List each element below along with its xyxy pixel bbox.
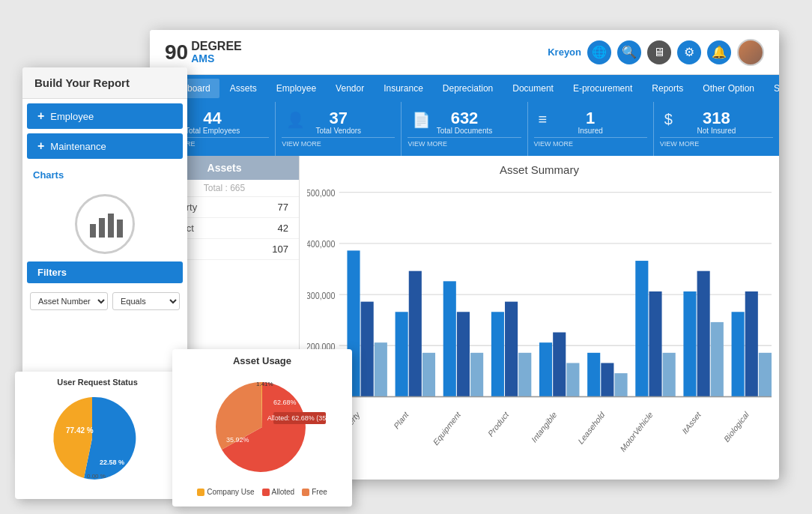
filter-select-field[interactable]: Asset Number [30, 292, 108, 310]
notinsured-number: 318 [703, 110, 730, 127]
stat-documents: 📄 632 Total Documents VIEW MORE [402, 102, 527, 156]
nav-vendor[interactable]: Vendor [327, 79, 373, 98]
asset-usage-pie: 62.68% 35.92% 1.41% Alloted: 62.68% (356… [195, 371, 330, 483]
chart-title: Asset Summary [307, 163, 772, 176]
svg-text:Product: Product [487, 409, 510, 438]
legend-label-company: Company Use [207, 488, 254, 496]
employees-label: Total Employees [185, 127, 240, 135]
user-request-chart: User Request Status 77.42 % 22.58 % 0.00… [15, 372, 180, 499]
documents-viewmore[interactable]: VIEW MORE [407, 140, 521, 148]
svg-text:500,000: 500,000 [307, 187, 336, 199]
nav-support[interactable]: Support [765, 79, 779, 98]
logo-name: DEGREE [191, 40, 242, 52]
stat-vendors: 👤 37 Total Vendors VIEW MORE [276, 102, 402, 156]
svg-text:35.92%: 35.92% [226, 436, 249, 444]
notinsured-icon: $ [664, 111, 673, 128]
legend-dot-alloted [262, 489, 270, 496]
svg-rect-14 [409, 271, 422, 397]
documents-icon: 📄 [412, 111, 431, 129]
nav-insurance[interactable]: Insurance [375, 79, 432, 98]
documents-number: 632 [451, 110, 479, 127]
vendors-label: Total Vendors [316, 127, 362, 135]
nav-eprocurement[interactable]: E-procurement [564, 79, 641, 98]
nav-bar: Dashboard Assets Employee Vendor Insuran… [150, 75, 779, 102]
svg-rect-36 [759, 353, 772, 397]
insured-label: Insured [578, 127, 603, 135]
stats-row: 👥 44 Total Employees VIEW MORE 👤 37 Tota… [150, 102, 779, 156]
svg-rect-15 [422, 353, 435, 397]
svg-rect-20 [505, 302, 518, 397]
svg-rect-19 [491, 312, 504, 396]
svg-rect-31 [683, 291, 696, 397]
svg-text:77.42 %: 77.42 % [66, 426, 94, 435]
avatar[interactable] [737, 39, 764, 66]
legend-alloted: Alloted [262, 488, 295, 496]
panel-item-employee[interactable]: + Employee [27, 103, 183, 129]
filter-row: Asset Number Equals [22, 288, 187, 315]
svg-text:Intangible: Intangible [530, 409, 558, 444]
logo-text: DEGREE AMS [191, 40, 242, 64]
gear-icon[interactable]: ⚙ [677, 40, 701, 64]
asset-usage-card: Asset Usage 62.68% 35.92% 1.41% Alloted:… [172, 349, 352, 507]
legend-dot-free [302, 489, 309, 496]
vendors-number: 37 [330, 110, 348, 127]
employees-number: 44 [203, 110, 221, 127]
svg-text:ItAsset: ItAsset [681, 409, 702, 436]
filter-select-operator[interactable]: Equals [112, 292, 180, 310]
svg-rect-13 [396, 312, 408, 396]
plus-icon-employee: + [37, 109, 44, 123]
insured-icon: ≡ [539, 111, 548, 128]
svg-rect-17 [457, 312, 470, 396]
search-icon[interactable]: 🔍 [617, 40, 641, 64]
logo-area: 90 DEGREE AMS [165, 40, 242, 64]
kreyon-label: Kreyon [548, 46, 581, 58]
svg-text:22.58 %: 22.58 % [100, 459, 124, 466]
svg-rect-33 [711, 322, 724, 397]
svg-rect-35 [745, 291, 758, 397]
svg-rect-27 [614, 373, 627, 396]
svg-rect-18 [470, 353, 483, 397]
svg-rect-12 [375, 342, 387, 396]
svg-rect-22 [539, 342, 552, 396]
svg-text:Biological: Biological [723, 409, 750, 444]
bar-chart: 500,000 400,000 300,000 200,000 100,000 [307, 182, 772, 468]
bell-icon[interactable]: 🔔 [707, 40, 731, 64]
user-request-title: User Request Status [21, 378, 174, 387]
asset-usage-legend: Company Use Alloted Free [178, 488, 346, 496]
asset-plant-value: 107 [272, 244, 288, 255]
maintenance-label: Maintenance [50, 141, 106, 152]
notinsured-viewmore[interactable]: VIEW MORE [660, 140, 773, 148]
nav-depreciation[interactable]: Depreciation [434, 79, 502, 98]
svg-text:Alloted: 62.68% (356): Alloted: 62.68% (356) [267, 414, 330, 422]
nav-reports[interactable]: Reports [643, 79, 692, 98]
charts-label: Charts [22, 163, 187, 187]
svg-rect-34 [732, 312, 745, 396]
logo-sub: AMS [191, 52, 242, 64]
nav-employee[interactable]: Employee [267, 79, 325, 98]
globe-icon[interactable]: 🌐 [587, 40, 611, 64]
svg-rect-47 [90, 224, 96, 238]
insured-viewmore[interactable]: VIEW MORE [534, 140, 647, 148]
stat-insured: ≡ 1 Insured VIEW MORE [528, 102, 654, 156]
chart-panel: Asset Summary 500,000 400,000 300,000 20… [300, 156, 779, 480]
nav-document[interactable]: Document [503, 79, 563, 98]
legend-dot-company [197, 489, 204, 496]
user-request-pie: 77.42 % 22.58 % 0.00 % [21, 390, 163, 487]
chart-icon-circle [75, 194, 135, 254]
insured-number: 1 [586, 110, 595, 127]
nav-other[interactable]: Other Option [694, 79, 763, 98]
svg-text:Plant: Plant [393, 409, 410, 431]
vendors-viewmore[interactable]: VIEW MORE [282, 140, 395, 148]
svg-rect-21 [518, 353, 531, 397]
top-right: Kreyon 🌐 🔍 🖥 ⚙ 🔔 [548, 39, 764, 66]
asset-usage-title: Asset Usage [178, 355, 346, 366]
legend-label-alloted: Alloted [272, 488, 295, 496]
nav-assets[interactable]: Assets [221, 79, 266, 98]
svg-text:Equipment: Equipment [432, 409, 462, 447]
stat-notinsured: $ 318 Not Insured VIEW MORE [654, 102, 779, 156]
notinsured-label: Not Insured [697, 127, 736, 135]
monitor-icon[interactable]: 🖥 [647, 40, 671, 64]
bar-chart-icon [87, 209, 123, 239]
panel-item-maintenance[interactable]: + Maintenance [27, 133, 183, 159]
asset-product-value: 42 [278, 223, 288, 234]
